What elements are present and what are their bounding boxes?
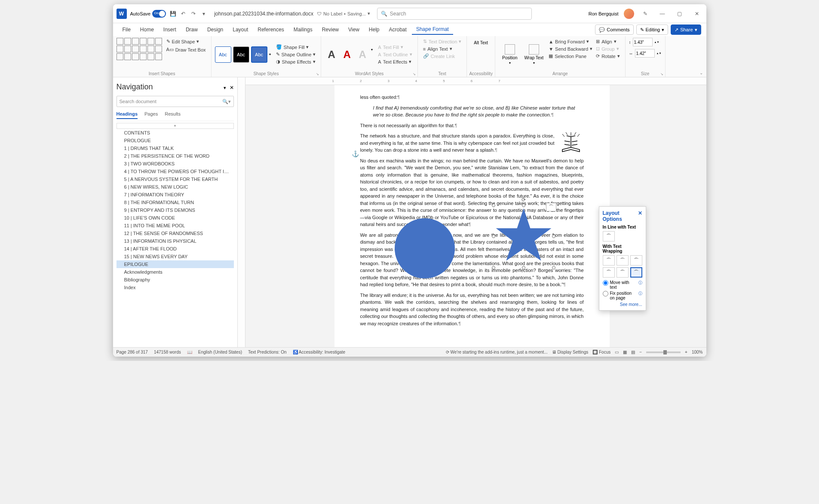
draw-text-box-button[interactable]: A▭Draw Text Box bbox=[165, 46, 208, 53]
shape-styles-launcher-icon[interactable]: ↘ bbox=[316, 72, 319, 76]
nav-item[interactable]: 10 | LIFE'S OWN CODE bbox=[117, 214, 234, 222]
width-spinner[interactable]: ▲▼ bbox=[656, 52, 662, 55]
send-backward-button[interactable]: ▼Send Backward ▾ bbox=[547, 45, 594, 52]
page[interactable]: ⚓ less often quoted: I find that A) trem… bbox=[334, 85, 610, 347]
pen-icon[interactable]: ✎ bbox=[639, 8, 651, 20]
bring-forward-button[interactable]: ▲Bring Forward ▾ bbox=[547, 38, 594, 45]
rotate-handle-icon[interactable]: ⟳ bbox=[521, 196, 526, 204]
display-settings[interactable]: 🖥 Display Settings bbox=[552, 350, 588, 354]
nav-item[interactable]: 6 | NEW WIRES, NEW LOGIC bbox=[117, 183, 234, 191]
nav-item[interactable]: 15 | NEW NEWS EVERY DAY bbox=[117, 253, 234, 260]
nav-tab-results[interactable]: Results bbox=[165, 111, 181, 119]
print-layout-icon[interactable]: ▦ bbox=[623, 350, 627, 354]
align-text-button[interactable]: ≡Align Text ▾ bbox=[421, 45, 463, 52]
nav-item[interactable]: PROLOGUE bbox=[117, 137, 234, 144]
layout-front-selected[interactable]: ⌒ bbox=[630, 267, 642, 278]
nav-item[interactable]: Acknowledgments bbox=[117, 268, 234, 276]
save-icon[interactable]: 💾 bbox=[169, 10, 176, 17]
tab-file[interactable]: File bbox=[118, 25, 135, 34]
read-mode-icon[interactable]: ▭ bbox=[615, 350, 619, 354]
tab-acrobat[interactable]: Acrobat bbox=[385, 25, 411, 34]
tab-design[interactable]: Design bbox=[203, 25, 227, 34]
nav-tab-headings[interactable]: Headings bbox=[117, 111, 138, 119]
redo-icon[interactable]: ↷ bbox=[190, 10, 197, 17]
paragraph[interactable]: There is not necessarily an algorithm fo… bbox=[360, 122, 584, 129]
paragraph[interactable]: The network has a structure, and that st… bbox=[360, 132, 584, 154]
autosave-toggle[interactable]: On bbox=[152, 10, 166, 18]
editing-button[interactable]: ✎ Editing ▾ bbox=[636, 24, 669, 35]
nav-item[interactable]: Bibliography bbox=[117, 276, 234, 284]
rotate-button[interactable]: ⟳Rotate ▾ bbox=[594, 52, 621, 60]
nav-scroll-up[interactable]: ▴ bbox=[117, 123, 234, 129]
position-button[interactable]: Position▾ bbox=[499, 38, 521, 71]
close-icon[interactable]: ✕ bbox=[638, 210, 642, 222]
tab-draw[interactable]: Draw bbox=[181, 25, 202, 34]
nav-item[interactable]: 1 | DRUMS THAT TALK bbox=[117, 144, 234, 152]
predictions-status[interactable]: Text Predictions: On bbox=[248, 350, 286, 354]
paragraph-quote[interactable]: I find that A) tremendously comforting t… bbox=[373, 104, 575, 119]
nav-item[interactable]: 7 | INFORMATION THEORY bbox=[117, 191, 234, 199]
document-title[interactable]: johnson.pat.20231034.the-information.doc… bbox=[214, 11, 313, 17]
see-more-link[interactable]: See more... bbox=[603, 302, 642, 307]
width-input[interactable] bbox=[635, 49, 655, 58]
wrap-text-button[interactable]: Wrap Text▾ bbox=[521, 38, 547, 71]
nav-close-icon[interactable]: ✕ bbox=[230, 85, 234, 91]
nav-item[interactable]: CONTENTS bbox=[117, 129, 234, 137]
tab-insert[interactable]: Insert bbox=[159, 25, 181, 34]
nav-search-input[interactable]: Search document 🔍▾ bbox=[117, 96, 234, 107]
nav-item[interactable]: 13 | INFORMATION IS PHYSICAL bbox=[117, 237, 234, 245]
nav-item[interactable]: 12 | THE SENSE OF RANDOMNESS bbox=[117, 229, 234, 237]
document-area[interactable]: 1234567 ⚓ less often quoted: I find that… bbox=[238, 77, 706, 347]
circle-shape[interactable] bbox=[395, 218, 455, 278]
shapes-gallery[interactable] bbox=[117, 38, 162, 60]
tab-references[interactable]: References bbox=[253, 25, 288, 34]
star-shape-selected[interactable]: ⟳ ⌒ bbox=[494, 205, 554, 268]
tab-mailings[interactable]: Mailings bbox=[289, 25, 317, 34]
paragraph[interactable]: less often quoted: bbox=[360, 94, 584, 101]
paragraph[interactable]: The library will endure; it is the unive… bbox=[360, 292, 584, 327]
web-layout-icon[interactable]: ▤ bbox=[631, 350, 635, 354]
accessibility-status[interactable]: ♿ Accessibility: Investigate bbox=[293, 350, 346, 354]
nav-item[interactable]: 5 | A NERVOUS SYSTEM FOR THE EARTH bbox=[117, 175, 234, 183]
maximize-button[interactable]: ▢ bbox=[674, 8, 686, 20]
layout-inline[interactable]: ⌒ bbox=[603, 231, 615, 241]
info-icon[interactable]: ⓘ bbox=[638, 291, 642, 296]
nav-item[interactable]: Index bbox=[117, 284, 234, 291]
zoom-out-icon[interactable]: − bbox=[639, 350, 642, 354]
shape-style-gallery[interactable]: Abc Abc Abc ▾ bbox=[215, 46, 271, 63]
tab-layout[interactable]: Layout bbox=[228, 25, 252, 34]
focus-button[interactable]: 🔲 Focus bbox=[592, 350, 610, 354]
comments-button[interactable]: 💬 Comments bbox=[595, 24, 633, 35]
search-input[interactable]: 🔍 Search bbox=[377, 8, 532, 20]
text-effects-button[interactable]: AText Effects ▾ bbox=[376, 58, 414, 65]
nav-item[interactable]: 4 | TO THROW THE POWERS OF THOUGHT INTO.… bbox=[117, 168, 234, 175]
share-button[interactable]: ↗ Share ▾ bbox=[671, 24, 701, 35]
user-name[interactable]: Ron Bergquist bbox=[589, 11, 619, 16]
close-button[interactable]: ✕ bbox=[691, 8, 703, 20]
zoom-level[interactable]: 100% bbox=[692, 350, 703, 354]
layout-square[interactable]: ⌒ bbox=[603, 255, 615, 266]
layout-tight[interactable]: ⌒ bbox=[617, 255, 629, 266]
wordart-launcher-icon[interactable]: ↘ bbox=[413, 72, 416, 76]
spell-check-icon[interactable]: 📖 bbox=[187, 350, 192, 354]
layout-through[interactable]: ⌒ bbox=[630, 255, 642, 266]
tab-shape-format[interactable]: Shape Format bbox=[412, 24, 453, 35]
tab-home[interactable]: Home bbox=[136, 25, 158, 34]
nav-item[interactable]: 9 | ENTROPY AND ITS DEMONS bbox=[117, 206, 234, 214]
wordart-gallery[interactable]: AAA▾ bbox=[325, 48, 373, 61]
nav-dropdown-icon[interactable]: ▾ bbox=[224, 85, 226, 90]
undo-icon[interactable]: ↶ bbox=[180, 10, 187, 17]
shape-effects-button[interactable]: ◑Shape Effects ▾ bbox=[274, 58, 318, 65]
align-button[interactable]: ⊞Align ▾ bbox=[594, 38, 621, 45]
alt-text-button[interactable]: Alt Text bbox=[470, 38, 491, 47]
sensitivity-label[interactable]: 🛡 No Label • Saving... ▾ bbox=[317, 11, 370, 16]
nav-tab-pages[interactable]: Pages bbox=[144, 111, 158, 119]
height-input[interactable] bbox=[633, 38, 653, 46]
size-launcher-icon[interactable]: ↘ bbox=[660, 72, 663, 76]
layout-behind[interactable]: ⌒ bbox=[617, 267, 629, 278]
nav-item-selected[interactable]: EPILOGUE bbox=[117, 260, 234, 268]
info-icon[interactable]: ⓘ bbox=[638, 280, 642, 286]
shape-outline-button[interactable]: ✎Shape Outline ▾ bbox=[274, 51, 318, 58]
nav-item[interactable]: 8 | THE INFORMATIONAL TURN bbox=[117, 199, 234, 206]
word-count[interactable]: 147158 words bbox=[154, 350, 181, 354]
